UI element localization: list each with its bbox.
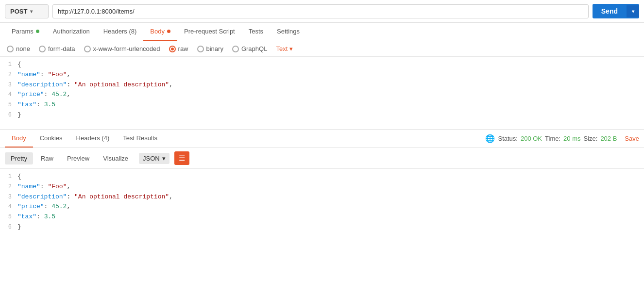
resp-tab-test-results[interactable]: Test Results [116, 130, 164, 148]
tab-params[interactable]: Params [5, 23, 46, 41]
size-value: 202 B [600, 135, 617, 142]
tab-authorization[interactable]: Authorization [46, 23, 97, 41]
format-select-dropdown[interactable]: JSON ▾ [139, 153, 169, 164]
req-line-4: 4 "price": 45.2, [0, 90, 644, 100]
x-www-label: x-www-form-urlencoded [93, 45, 160, 52]
req-code-6: } [17, 110, 641, 120]
params-dot [36, 30, 39, 33]
resp-linenum-2: 2 [3, 182, 17, 192]
tab-tests[interactable]: Tests [242, 23, 270, 41]
response-tabs: Body Cookies Headers (4) Test Results 🌐 … [0, 130, 644, 148]
raw-label: Raw [41, 155, 53, 162]
size-label: Size: [583, 135, 597, 142]
req-code-5: "tax": 3.5 [17, 100, 641, 110]
tab-settings[interactable]: Settings [270, 23, 306, 41]
resp-linenum-5: 5 [3, 213, 17, 222]
resp-line-1: 1 { [0, 172, 644, 182]
body-label: Body [150, 28, 165, 35]
authorization-label: Authorization [53, 28, 90, 35]
req-code-4: "price": 45.2, [17, 90, 641, 100]
send-label: Send [593, 4, 627, 18]
req-line-1: 1 { [0, 60, 644, 70]
send-button[interactable]: Send ▾ [593, 4, 639, 18]
radio-graphql [232, 46, 239, 52]
globe-icon: 🌐 [485, 134, 495, 143]
resp-code-3: "description": "An optional description"… [17, 192, 641, 202]
radio-binary [197, 46, 204, 52]
url-input[interactable] [52, 4, 589, 18]
body-type-binary[interactable]: binary [197, 45, 223, 52]
fmt-tab-visualize[interactable]: Visualize [97, 152, 134, 164]
body-type-none[interactable]: none [7, 45, 30, 52]
resp-linenum-1: 1 [3, 172, 17, 181]
wrap-icon: ☰ [179, 154, 185, 163]
req-code-3: "description": "An optional description"… [17, 80, 641, 90]
body-type-x-www[interactable]: x-www-form-urlencoded [84, 45, 160, 52]
resp-code-4: "price": 45.2, [17, 202, 641, 212]
pre-request-label: Pre-request Script [184, 28, 235, 35]
response-body-editor[interactable]: 1 { 2 "name": "Foo", 3 "description": "A… [0, 169, 644, 235]
response-format-bar: Pretty Raw Preview Visualize JSON ▾ ☰ [0, 148, 644, 169]
body-type-form-data[interactable]: form-data [39, 45, 75, 52]
status-label: Status: [498, 135, 517, 142]
resp-cookies-label: Cookies [40, 134, 63, 142]
url-bar: POST ▾ Send ▾ [0, 0, 644, 23]
resp-linenum-6: 6 [3, 223, 17, 232]
resp-test-results-label: Test Results [123, 134, 157, 142]
resp-code-6: } [17, 222, 641, 232]
tab-pre-request[interactable]: Pre-request Script [177, 23, 242, 41]
tab-headers[interactable]: Headers (8) [97, 23, 144, 41]
body-dot [167, 30, 170, 33]
request-tabs: Params Authorization Headers (8) Body Pr… [0, 23, 644, 41]
resp-linenum-3: 3 [3, 193, 17, 202]
body-type-selector: none form-data x-www-form-urlencoded raw… [0, 41, 644, 57]
status-value: 200 OK [521, 135, 542, 142]
visualize-label: Visualize [103, 155, 128, 162]
resp-code-1: { [17, 172, 641, 182]
text-format-select[interactable]: Text ▾ [276, 45, 293, 52]
resp-line-5: 5 "tax": 3.5 [0, 212, 644, 222]
body-type-graphql[interactable]: GraphQL [232, 45, 267, 52]
method-label: POST [10, 8, 27, 15]
req-linenum-2: 2 [3, 70, 17, 80]
resp-headers-label: Headers (4) [76, 134, 110, 142]
req-line-5: 5 "tax": 3.5 [0, 100, 644, 110]
time-label: Time: [545, 135, 560, 142]
fmt-tab-raw[interactable]: Raw [35, 152, 59, 164]
preview-label: Preview [67, 155, 89, 162]
radio-form-data [39, 46, 46, 52]
fmt-tab-pretty[interactable]: Pretty [5, 152, 33, 164]
req-linenum-1: 1 [3, 60, 17, 69]
pretty-label: Pretty [11, 155, 27, 162]
resp-line-4: 4 "price": 45.2, [0, 202, 644, 212]
req-code-2: "name": "Foo", [17, 70, 641, 80]
save-response-button[interactable]: Save [620, 135, 639, 142]
req-linenum-4: 4 [3, 90, 17, 99]
req-line-3: 3 "description": "An optional descriptio… [0, 80, 644, 90]
radio-raw [169, 46, 176, 52]
req-linenum-3: 3 [3, 81, 17, 90]
resp-tab-cookies[interactable]: Cookies [33, 130, 69, 148]
resp-tab-headers[interactable]: Headers (4) [69, 130, 117, 148]
tab-body[interactable]: Body [143, 23, 177, 41]
radio-x-www [84, 46, 91, 52]
method-select[interactable]: POST ▾ [5, 4, 49, 18]
request-body-editor[interactable]: 1 { 2 "name": "Foo", 3 "description": "A… [0, 57, 644, 130]
req-linenum-6: 6 [3, 111, 17, 120]
wrap-button[interactable]: ☰ [174, 151, 189, 165]
binary-label: binary [206, 45, 223, 52]
resp-tab-body[interactable]: Body [5, 130, 33, 148]
req-code-1: { [17, 60, 641, 70]
send-dropdown-arrow[interactable]: ▾ [627, 5, 639, 17]
req-line-2: 2 "name": "Foo", [0, 70, 644, 80]
format-select-label: JSON [143, 155, 160, 162]
none-label: none [16, 45, 30, 52]
raw-label: raw [178, 45, 188, 52]
format-chevron: ▾ [162, 155, 166, 162]
req-line-6: 6 } [0, 110, 644, 120]
body-type-raw[interactable]: raw [169, 45, 188, 52]
resp-line-6: 6 } [0, 222, 644, 232]
fmt-tab-preview[interactable]: Preview [61, 152, 95, 164]
resp-linenum-4: 4 [3, 202, 17, 212]
method-chevron: ▾ [30, 9, 33, 14]
